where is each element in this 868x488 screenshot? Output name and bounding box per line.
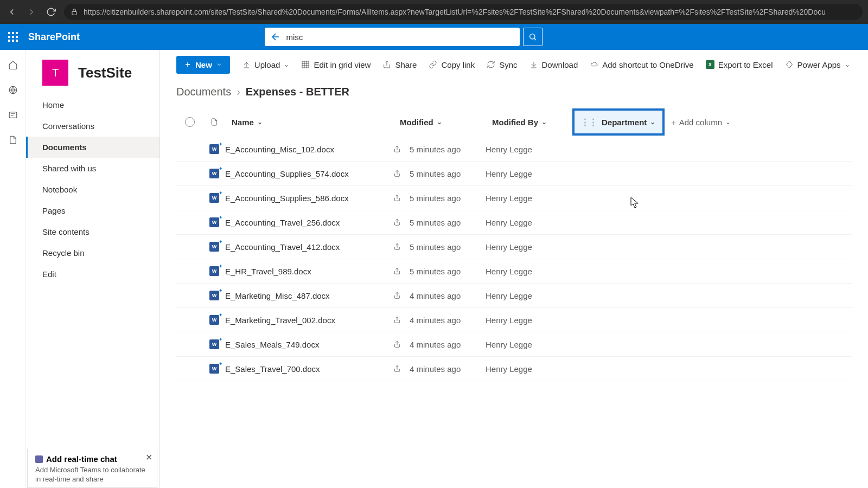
svg-rect-3 <box>9 112 17 118</box>
url-text: https://citizenbuilders.sharepoint.com/s… <box>84 8 826 16</box>
sidenav-item-site-contents[interactable]: Site contents <box>26 221 159 242</box>
share-indicator-icon[interactable] <box>393 170 402 177</box>
site-name[interactable]: TestSite <box>78 65 132 81</box>
edit-grid-button[interactable]: Edit in grid view <box>301 60 371 69</box>
search-input[interactable] <box>265 28 520 46</box>
file-name[interactable]: E_Accounting_Travel_256.docx <box>225 218 340 227</box>
svg-rect-4 <box>302 61 309 68</box>
modified-by[interactable]: Henry Legge <box>486 340 572 349</box>
new-button[interactable]: New <box>176 56 230 74</box>
table-row[interactable]: WE_Marketing_Travel_002.docx4 minutes ag… <box>176 308 852 332</box>
app-launcher[interactable] <box>0 24 26 50</box>
sidenav-item-edit[interactable]: Edit <box>26 264 159 285</box>
chevron-down-icon: ⌄ <box>845 61 850 68</box>
search-back-icon[interactable] <box>270 31 281 42</box>
table-row[interactable]: WE_Accounting_Supplies_586.docx5 minutes… <box>176 186 852 210</box>
modified-by-header[interactable]: Modified By⌄ <box>486 111 572 133</box>
files-icon[interactable] <box>8 134 18 145</box>
table-row[interactable]: WE_Marketing_Misc_487.docx4 minutes agoH… <box>176 284 852 308</box>
modified-time: 5 minutes ago <box>410 194 461 203</box>
site-logo[interactable]: T <box>42 60 68 86</box>
sidenav-item-shared-with-us[interactable]: Shared with us <box>26 158 159 179</box>
share-button[interactable]: Share <box>382 60 417 69</box>
word-icon: W <box>209 193 219 203</box>
sidenav-item-notebook[interactable]: Notebook <box>26 179 159 200</box>
suite-title[interactable]: SharePoint <box>26 31 80 43</box>
share-indicator-icon[interactable] <box>393 267 402 275</box>
sync-button[interactable]: Sync <box>487 60 517 69</box>
table-row[interactable]: WE_Sales_Travel_700.docx4 minutes agoHen… <box>176 357 852 381</box>
share-indicator-icon[interactable] <box>393 145 402 153</box>
file-name[interactable]: E_Sales_Meals_749.docx <box>225 340 319 349</box>
table-row[interactable]: WE_Sales_Meals_749.docx4 minutes agoHenr… <box>176 332 852 357</box>
globe-icon[interactable] <box>8 85 18 95</box>
url-bar[interactable]: https://citizenbuilders.sharepoint.com/s… <box>64 4 863 20</box>
breadcrumb-current: Expenses - BETTER <box>246 86 349 98</box>
file-name[interactable]: E_HR_Travel_989.docx <box>225 267 311 276</box>
table-row[interactable]: WE_HR_Travel_989.docx5 minutes agoHenry … <box>176 259 852 284</box>
modified-by[interactable]: Henry Legge <box>486 242 572 252</box>
table-row[interactable]: WE_Accounting_Travel_256.docx5 minutes a… <box>176 210 852 235</box>
file-name[interactable]: E_Accounting_Travel_412.docx <box>225 242 340 252</box>
modified-by[interactable]: Henry Legge <box>486 169 572 178</box>
onedrive-icon <box>590 60 598 69</box>
file-name[interactable]: E_Accounting_Supplies_574.docx <box>225 169 349 178</box>
download-button[interactable]: Download <box>529 60 578 69</box>
grid-icon <box>301 60 310 69</box>
share-indicator-icon[interactable] <box>393 243 402 251</box>
share-indicator-icon[interactable] <box>393 316 402 324</box>
file-name[interactable]: E_Marketing_Travel_002.docx <box>225 316 335 325</box>
export-button[interactable]: XExport to Excel <box>706 60 773 69</box>
modified-by[interactable]: Henry Legge <box>486 194 572 203</box>
modified-by[interactable]: Henry Legge <box>486 145 572 154</box>
home-icon[interactable] <box>8 60 18 70</box>
left-rail <box>0 50 26 488</box>
sidenav-item-pages[interactable]: Pages <box>26 200 159 221</box>
modified-by[interactable]: Henry Legge <box>486 364 572 374</box>
sidenav-item-conversations[interactable]: Conversations <box>26 115 159 137</box>
back-button[interactable] <box>5 5 18 18</box>
modified-header[interactable]: Modified⌄ <box>393 111 486 133</box>
modified-by[interactable]: Henry Legge <box>486 316 572 325</box>
file-name[interactable]: E_Marketing_Misc_487.docx <box>225 291 330 300</box>
breadcrumb-root[interactable]: Documents <box>176 86 231 98</box>
table-row[interactable]: WE_Accounting_Travel_412.docx5 minutes a… <box>176 235 852 259</box>
sidenav-item-documents[interactable]: Documents <box>26 137 159 158</box>
sidenav-item-recycle-bin[interactable]: Recycle bin <box>26 242 159 264</box>
add-column-button[interactable]: +Add column⌄ <box>665 111 751 133</box>
file-type-header[interactable] <box>203 118 225 126</box>
copy-link-button[interactable]: Copy link <box>429 60 475 69</box>
lock-icon <box>71 8 78 16</box>
svg-point-1 <box>529 34 534 39</box>
sidenav-item-home[interactable]: Home <box>26 94 159 115</box>
share-indicator-icon[interactable] <box>393 292 402 299</box>
select-all[interactable] <box>185 117 195 127</box>
table-row[interactable]: WE_Accounting_Supplies_574.docx5 minutes… <box>176 162 852 186</box>
upload-button[interactable]: Upload⌄ <box>242 60 290 69</box>
name-header[interactable]: Name⌄ <box>225 111 393 133</box>
modified-time: 5 minutes ago <box>410 267 461 276</box>
modified-by[interactable]: Henry Legge <box>486 218 572 227</box>
share-indicator-icon[interactable] <box>393 341 402 348</box>
modified-by[interactable]: Henry Legge <box>486 291 572 300</box>
share-indicator-icon[interactable] <box>393 365 402 373</box>
search-button[interactable] <box>523 28 542 46</box>
file-name[interactable]: E_Sales_Travel_700.docx <box>225 364 320 374</box>
table-row[interactable]: WE_Accounting_Misc_102.docx5 minutes ago… <box>176 137 852 162</box>
file-name[interactable]: E_Accounting_Supplies_586.docx <box>225 194 349 203</box>
close-icon[interactable]: ✕ <box>145 452 152 463</box>
power-apps-button[interactable]: Power Apps⌄ <box>785 60 850 69</box>
modified-time: 4 minutes ago <box>410 364 461 374</box>
modified-by[interactable]: Henry Legge <box>486 267 572 276</box>
shortcut-button[interactable]: Add shortcut to OneDrive <box>590 60 693 69</box>
file-name[interactable]: E_Accounting_Misc_102.docx <box>225 145 334 154</box>
svg-rect-0 <box>72 11 76 15</box>
download-icon <box>529 60 538 69</box>
word-icon: W <box>209 217 219 227</box>
share-indicator-icon[interactable] <box>393 194 402 202</box>
reload-button[interactable] <box>44 5 58 18</box>
news-icon[interactable] <box>8 110 18 120</box>
department-header[interactable]: ⋮⋮Department⌄ <box>572 108 665 136</box>
share-indicator-icon[interactable] <box>393 219 402 226</box>
forward-button[interactable] <box>25 5 38 18</box>
